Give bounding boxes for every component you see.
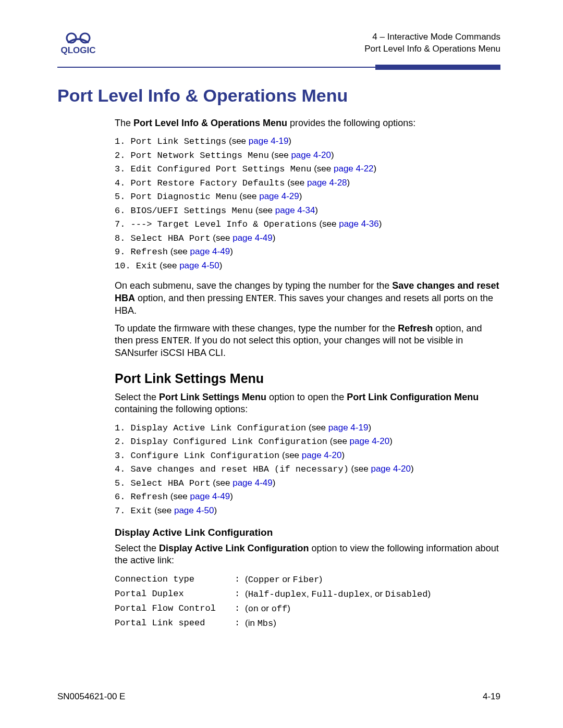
table-row: Portal Duplex:(Half-duplex, Full-duplex,… — [115, 587, 500, 601]
table-row: Portal Link speed:(in Mbs) — [115, 616, 500, 631]
footer-doc-id: SN0054621-00 E — [57, 692, 125, 702]
page: QLOGIC 4 – Interactive Mode Commands Por… — [0, 0, 563, 657]
menu-item: 3. Edit Configured Port Settings Menu (s… — [115, 162, 500, 176]
menu-item: 7. ---> Target Level Info & Operations (… — [115, 217, 500, 231]
page-link[interactable]: page 4-20 — [291, 150, 331, 160]
menu-item: 10. Exit (see page 4-50) — [115, 259, 500, 273]
page-link[interactable]: page 4-20 — [371, 464, 411, 474]
menu-item: 7. Exit (see page 4-50) — [115, 504, 500, 518]
page-link[interactable]: page 4-20 — [350, 436, 390, 446]
save-paragraph: On each submenu, save the changes by typ… — [115, 280, 500, 317]
page-footer: SN0054621-00 E 4-19 — [57, 692, 500, 702]
menu-item: 5. Select HBA Port (see page 4-49) — [115, 476, 500, 490]
page-link[interactable]: page 4-49 — [190, 491, 230, 501]
intro-paragraph: The Port Level Info & Operations Menu pr… — [115, 117, 500, 129]
page-link[interactable]: page 4-20 — [302, 450, 342, 460]
menu-item: 2. Display Configured Link Configuration… — [115, 435, 500, 449]
page-link[interactable]: page 4-49 — [190, 246, 230, 256]
footer-page-number: 4-19 — [483, 692, 500, 702]
port-link-intro: Select the Port Link Settings Menu optio… — [115, 391, 500, 416]
page-link[interactable]: page 4-49 — [232, 478, 273, 488]
menu-item: 6. Refresh (see page 4-49) — [115, 490, 500, 504]
menu-item: 8. Select HBA Port (see page 4-49) — [115, 231, 500, 245]
page-link[interactable]: page 4-29 — [259, 191, 299, 201]
page-title: Port Level Info & Operations Menu — [57, 85, 500, 106]
menu-item: 1. Port Link Settings (see page 4-19) — [115, 134, 500, 149]
content: The Port Level Info & Operations Menu pr… — [57, 117, 500, 631]
header-chapter: 4 – Interactive Mode Commands — [364, 31, 500, 43]
menu-item: 2. Port Network Settings Menu (see page … — [115, 149, 500, 163]
page-header: QLOGIC 4 – Interactive Mode Commands Por… — [57, 31, 500, 55]
table-row: Portal Flow Control:(on or off) — [115, 601, 500, 616]
display-active-intro: Select the Display Active Link Configura… — [115, 542, 500, 567]
link-info-table: Connection type:(Copper or Fiber)Portal … — [115, 572, 500, 631]
page-link[interactable]: page 4-50 — [179, 261, 219, 270]
page-link[interactable]: page 4-28 — [307, 178, 347, 188]
page-link[interactable]: page 4-50 — [174, 505, 214, 515]
menu-port-link: 1. Display Active Link Configuration (se… — [115, 421, 500, 518]
menu-item: 6. BIOS/UEFI Settings Menu (see page 4-3… — [115, 204, 500, 218]
page-link[interactable]: page 4-49 — [232, 233, 273, 243]
svg-text:QLOGIC: QLOGIC — [60, 45, 95, 55]
refresh-paragraph: To update the firmware with these change… — [115, 323, 500, 360]
page-link[interactable]: page 4-34 — [275, 205, 315, 215]
menu-item: 1. Display Active Link Configuration (se… — [115, 421, 500, 435]
subsection-heading-display-active: Display Active Link Configuration — [115, 527, 500, 538]
page-link[interactable]: page 4-19 — [328, 423, 369, 433]
menu-item: 4. Port Restore Factory Defaults (see pa… — [115, 176, 500, 190]
menu-item: 9. Refresh (see page 4-49) — [115, 245, 500, 259]
menu-port-level: 1. Port Link Settings (see page 4-19)2. … — [115, 134, 500, 273]
page-link[interactable]: page 4-19 — [249, 136, 289, 146]
header-text: 4 – Interactive Mode Commands Port Level… — [364, 31, 500, 55]
menu-item: 3. Configure Link Configuration (see pag… — [115, 449, 500, 463]
menu-item: 5. Port Diagnostic Menu (see page 4-29) — [115, 190, 500, 204]
menu-item: 4. Save changes and reset HBA (if necess… — [115, 462, 500, 476]
page-link[interactable]: page 4-36 — [339, 219, 379, 229]
header-rule — [57, 65, 500, 70]
table-row: Connection type:(Copper or Fiber) — [115, 572, 500, 587]
qlogic-logo: QLOGIC — [57, 31, 99, 55]
header-section: Port Level Info & Operations Menu — [364, 43, 500, 55]
page-link[interactable]: page 4-22 — [334, 164, 374, 174]
section-heading-port-link: Port Link Settings Menu — [115, 371, 500, 386]
